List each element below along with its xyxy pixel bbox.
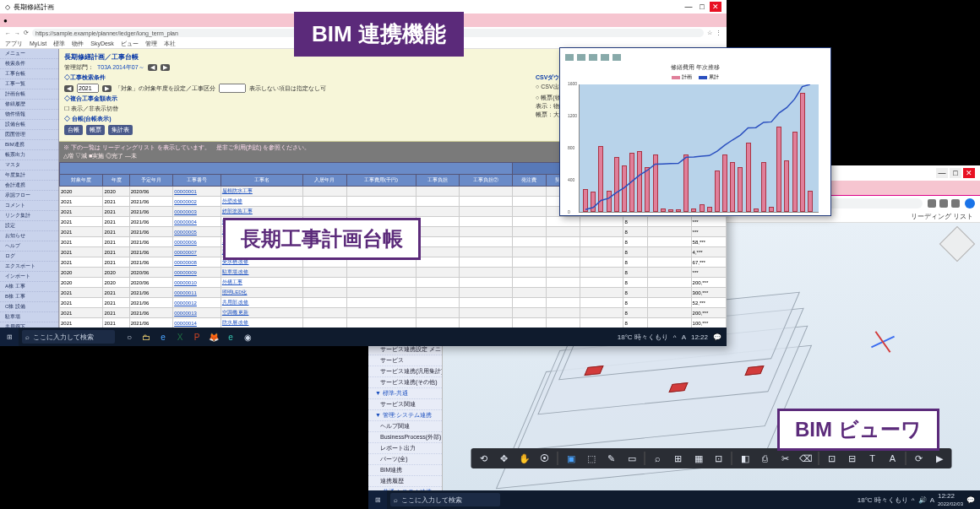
tree-item[interactable]: BIM連携 xyxy=(368,465,442,476)
tree-item[interactable]: BusinessProcess(外部) xyxy=(368,432,442,443)
app-edge-icon[interactable]: e xyxy=(223,329,238,344)
sidebar-item[interactable]: 検索条件 xyxy=(0,59,58,69)
profile-icon[interactable] xyxy=(965,198,975,208)
table-row[interactable]: 202120212021/0600000011照明LED化8300,*** xyxy=(60,288,727,298)
app-explorer-icon[interactable]: 🗀 xyxy=(139,329,154,344)
tool-button[interactable]: ⊞ xyxy=(671,451,686,466)
tool-button[interactable]: ⦿ xyxy=(537,451,553,466)
tree-item[interactable]: ヘルプ関連 xyxy=(368,421,442,432)
table-row[interactable]: 202020202020/0600000010外構工事8200,*** xyxy=(60,278,727,288)
bookmark-item[interactable]: 本社 xyxy=(164,40,176,48)
col-header[interactable]: 発注費 xyxy=(512,175,546,187)
clock[interactable]: 12:222022/02/03 xyxy=(938,492,963,507)
sidebar-item[interactable]: A棟 工事 xyxy=(0,282,58,292)
taskbar-search[interactable]: ⌕ ここに入力して検索 xyxy=(22,330,115,344)
weather-widget[interactable]: 18°C 時々くもり xyxy=(858,495,908,505)
reload-icon[interactable]: ⟳ xyxy=(24,30,29,36)
bookmark-item[interactable]: 管理 xyxy=(145,40,157,48)
table-row[interactable]: 202120212021/0600000014防水層 改修8100,*** xyxy=(60,318,727,328)
sidebar-item[interactable]: リンク集計 xyxy=(0,211,58,221)
tree-item[interactable]: パーツ(全) xyxy=(368,454,442,465)
reading-list-link[interactable]: リーディング リスト xyxy=(911,212,973,221)
tool-button[interactable]: ⊟ xyxy=(845,451,860,466)
clock[interactable]: 12:22 xyxy=(691,333,708,341)
bookmark-item[interactable]: 物件 xyxy=(72,40,84,48)
ledger-btn[interactable]: 台帳 xyxy=(64,125,83,135)
summary-btn[interactable]: 集計表 xyxy=(108,125,133,135)
tree-item[interactable]: レポート出力 xyxy=(368,443,442,454)
app-excel-icon[interactable]: X xyxy=(172,329,188,344)
app-cortana-icon[interactable]: ○ xyxy=(122,329,137,344)
sidebar-item[interactable]: 会計連携 xyxy=(0,181,58,191)
sidebar-item[interactable]: お知らせ xyxy=(0,231,58,241)
tool-button[interactable]: ▦ xyxy=(691,451,706,466)
col-header[interactable]: 工事負担② xyxy=(460,175,513,187)
sidebar-item[interactable]: 帳票出力 xyxy=(0,150,58,160)
sidebar-item[interactable]: ヘルプ xyxy=(0,241,58,252)
tool-button[interactable]: ⟳ xyxy=(912,451,927,466)
tool-button[interactable]: A xyxy=(885,451,901,466)
bookmark-item[interactable]: 標準 xyxy=(53,40,65,48)
sidebar-item[interactable]: 駐車場 xyxy=(0,312,58,322)
sidebar-item[interactable]: 図面管理 xyxy=(0,130,58,140)
bookmark-item[interactable]: ビュー xyxy=(121,40,139,48)
year-input[interactable] xyxy=(77,84,99,93)
nav-fwd-icon[interactable]: → xyxy=(14,30,20,36)
tree-item[interactable]: 連携履歴 xyxy=(368,476,442,487)
tool-button[interactable]: ⊡ xyxy=(711,451,727,466)
notification-icon[interactable]: 💬 xyxy=(966,496,975,504)
prev-btn[interactable]: ◀ xyxy=(148,64,157,71)
tool-button[interactable]: ▭ xyxy=(624,451,640,466)
table-row[interactable]: 202120212021/0600000013空調機 更新8200,*** xyxy=(60,308,727,318)
start-button[interactable]: ⊞ xyxy=(368,490,387,509)
col-header[interactable]: 予定年月 xyxy=(129,175,172,187)
weather-widget[interactable]: 18°C 時々くもり xyxy=(618,333,668,342)
close-button[interactable]: ✕ xyxy=(710,2,721,12)
col-header[interactable]: 工事費用(千円) xyxy=(346,175,416,187)
bookmark-item[interactable]: SkyDesk xyxy=(90,41,114,46)
nav-back-icon[interactable]: ← xyxy=(5,30,11,36)
tool-button[interactable]: ▶ xyxy=(932,451,947,466)
sidebar-item[interactable]: 修繕履歴 xyxy=(0,100,58,110)
tool-button[interactable]: ✥ xyxy=(497,451,512,466)
next-btn[interactable]: ▶ xyxy=(161,64,170,71)
viewcube[interactable] xyxy=(939,226,975,262)
tool-button[interactable]: ✋ xyxy=(517,451,532,466)
table-row[interactable]: 202020202020/0600000009駐車場 改修8*** xyxy=(60,268,727,278)
table-row[interactable]: 202120212021/0600000012共用部 改修852,*** xyxy=(60,298,727,308)
col-header[interactable]: 年度 xyxy=(103,175,129,187)
sidebar-item[interactable]: インポート xyxy=(0,272,58,282)
tool-button[interactable]: ⟲ xyxy=(476,451,492,466)
tool-button[interactable]: ⎙ xyxy=(758,451,773,466)
maximize-button[interactable]: □ xyxy=(696,2,708,12)
col-header[interactable]: 対象年度 xyxy=(60,175,103,187)
report-btn[interactable]: 帳票 xyxy=(86,125,105,135)
sidebar-item[interactable]: 設定 xyxy=(0,221,58,231)
col-header[interactable]: 工事名 xyxy=(220,175,302,187)
tree-item[interactable]: サービス連携(汎用集計) xyxy=(368,366,442,377)
start-button[interactable]: ⊞ xyxy=(0,328,19,346)
tree-item[interactable]: サービス xyxy=(368,355,442,366)
minimize-button[interactable]: — xyxy=(683,2,694,12)
col-header[interactable]: 工事負担 xyxy=(416,175,459,187)
bookmark-item[interactable]: アプリ xyxy=(5,40,23,48)
sidebar-item[interactable]: 承認フロー xyxy=(0,191,58,201)
maximize-button[interactable]: □ xyxy=(950,168,961,178)
sidebar-item[interactable]: 計画台帳 xyxy=(0,89,58,100)
tool-button[interactable]: ✎ xyxy=(604,451,619,466)
tree-item[interactable]: ▼ 標準-共通 xyxy=(368,388,442,399)
close-button[interactable]: ✕ xyxy=(963,168,975,178)
tree-item[interactable]: サービス連携(その他) xyxy=(368,377,442,388)
sidebar-item[interactable]: メニュー xyxy=(0,49,58,59)
notification-icon[interactable]: 💬 xyxy=(713,333,721,341)
sidebar-item[interactable]: マスタ xyxy=(0,160,58,171)
bookmark-item[interactable]: MyList xyxy=(30,41,46,46)
app-firefox-icon[interactable]: 🦊 xyxy=(206,329,221,344)
dept-link[interactable]: T03A 2014年07～ xyxy=(97,63,144,72)
tool-button[interactable]: ▣ xyxy=(564,451,579,466)
sidebar-item[interactable]: 設備台帳 xyxy=(0,120,58,130)
sidebar-item[interactable]: 年度集計 xyxy=(0,171,58,181)
sidebar-item[interactable]: BIM連携 xyxy=(0,140,58,150)
sidebar-item[interactable]: コメント xyxy=(0,201,58,211)
tool-button[interactable]: ⌫ xyxy=(798,451,814,466)
